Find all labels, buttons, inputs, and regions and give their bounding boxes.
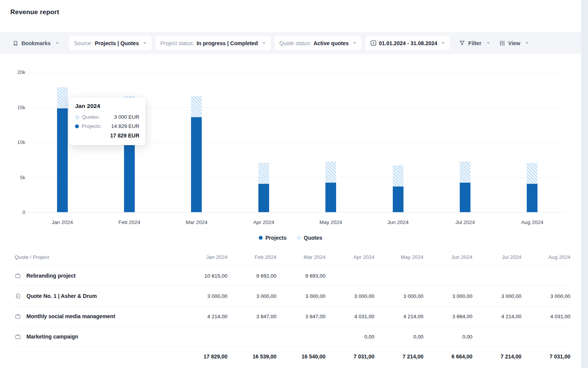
chevron-down-icon — [143, 42, 147, 44]
bookmark-icon — [13, 40, 18, 46]
projects-bar-jul-2024[interactable] — [460, 183, 470, 212]
table-cell: 0,00 — [423, 334, 472, 340]
tooltip-row-value: 3 000 EUR — [114, 113, 139, 122]
x-axis-label: Jun 2024 — [371, 219, 425, 225]
chevron-down-icon — [487, 42, 490, 44]
legend-dot-icon — [259, 236, 263, 240]
table-total-cell: 17 829,00 — [178, 353, 227, 360]
legend-item-quotes[interactable]: Quotes — [297, 235, 322, 241]
chevron-down-icon — [262, 42, 266, 44]
chevron-down-icon — [525, 42, 529, 44]
filter-pill-source[interactable]: Source:Projects | Quotes — [69, 36, 151, 51]
table-cell: 3 000,00 — [325, 293, 374, 299]
legend-item-projects[interactable]: Projects — [259, 235, 286, 241]
x-axis-label: May 2024 — [304, 219, 358, 225]
table-cell: 3 000,00 — [276, 293, 325, 299]
table-cell: 4 214,00 — [374, 314, 423, 319]
table-cell: 9 693,00 — [276, 273, 325, 279]
tooltip-rows: Quotes:3 000 EURProjects:14 829 EUR — [75, 113, 139, 131]
projects-bar-aug-2024[interactable] — [527, 184, 537, 212]
table-row-name[interactable]: Monthly social media management — [11, 313, 178, 319]
revenue-table: Quote / Project Jan 2024Feb 2024Mar 2024… — [11, 249, 570, 366]
toolbar: Bookmarks Source:Projects | QuotesProjec… — [0, 32, 581, 54]
tooltip-total: 17 829 EUR — [75, 131, 139, 140]
quotes-bar-jan-2024[interactable] — [57, 87, 68, 108]
table-total-cell: 7 031,00 — [521, 353, 570, 360]
projects-bar-may-2024[interactable] — [325, 183, 336, 212]
quotes-bar-may-2024[interactable] — [325, 162, 336, 183]
y-axis-tick: 0 — [0, 209, 25, 215]
quotes-bar-jun-2024[interactable] — [393, 165, 403, 186]
x-axis-label: Feb 2024 — [103, 219, 156, 225]
table-row-name[interactable]: Quote No. 1 | Asher & Drum — [11, 293, 178, 299]
filter-button[interactable]: Filter — [459, 40, 490, 46]
chart-legend: ProjectsQuotes — [0, 232, 581, 244]
table-body: Rebranding project10 615,009 692,009 693… — [11, 266, 570, 347]
chart-tooltip: Jan 2024 Quotes:3 000 EURProjects:14 829… — [69, 98, 145, 145]
table-row: Quote No. 1 | Asher & Drum3 000,003 000,… — [11, 286, 570, 306]
table-cell: 3 847,00 — [227, 314, 276, 319]
table-total-cell: 6 664,00 — [423, 353, 472, 360]
filter-pill-label: Project status: — [160, 40, 194, 46]
table-row: Monthly social media management4 214,003… — [11, 306, 570, 327]
table-row-name[interactable]: Marketing campaign — [11, 334, 178, 340]
projects-bar-jun-2024[interactable] — [393, 186, 403, 212]
project-icon — [15, 313, 21, 319]
bookmarks-label: Bookmarks — [21, 40, 51, 46]
filter-pill-value: In progress | Completed — [196, 40, 258, 46]
view-label: View — [508, 40, 521, 46]
quotes-bar-jul-2024[interactable] — [460, 162, 470, 183]
projects-bar-apr-2024[interactable] — [258, 184, 269, 212]
x-axis-label: Jul 2024 — [438, 219, 492, 225]
table-cell: 3 847,00 — [276, 314, 325, 319]
table-cell: 3 000,00 — [472, 293, 521, 299]
y-axis-tick: 10k — [0, 139, 25, 145]
project-icon — [15, 273, 21, 279]
y-axis-tick: 5k — [0, 174, 25, 180]
filter-pill-project-status[interactable]: Project status:In progress | Completed — [155, 36, 271, 51]
x-axis-label: Apr 2024 — [237, 219, 291, 225]
date-range-button[interactable]: 1 01.01.2024 - 31.08.2024 — [365, 36, 450, 51]
table-row-title: Rebranding project — [26, 273, 75, 279]
quotes-bar-mar-2024[interactable] — [191, 96, 202, 117]
tooltip-row-label: Quotes: — [82, 113, 100, 122]
y-axis-tick: 20k — [0, 69, 25, 75]
tooltip-title: Jan 2024 — [75, 103, 139, 110]
quote-icon — [15, 293, 21, 299]
vertical-scrollbar[interactable] — [581, 0, 588, 368]
table-cell: 3 000,00 — [374, 293, 423, 299]
quotes-swatch-icon — [75, 115, 79, 119]
table-header-month: Jan 2024 — [178, 254, 227, 260]
chevron-down-icon — [353, 42, 356, 44]
table-header-month: Apr 2024 — [325, 254, 374, 260]
view-button[interactable]: View — [499, 40, 529, 46]
tooltip-row-label: Projects: — [82, 122, 102, 131]
filter-label: Filter — [468, 40, 481, 46]
x-axis-label: Jan 2024 — [36, 219, 89, 225]
legend-label: Projects — [265, 235, 286, 241]
table-header-month: Jul 2024 — [472, 254, 521, 260]
filter-pills: Source:Projects | QuotesProject status:I… — [69, 36, 361, 51]
table-header-row: Quote / Project Jan 2024Feb 2024Mar 2024… — [11, 249, 570, 266]
sliders-icon — [499, 40, 505, 46]
table-row-name[interactable]: Rebranding project — [11, 273, 178, 279]
table-header-first: Quote / Project — [11, 254, 178, 260]
table-total-cell: 7 031,00 — [325, 353, 374, 360]
table-row-title: Marketing campaign — [26, 334, 78, 340]
table-cell: 4 214,00 — [178, 314, 227, 319]
chevron-down-icon — [56, 42, 59, 44]
table-total-cell: 7 214,00 — [472, 353, 521, 360]
table-header-month: Mar 2024 — [276, 254, 325, 260]
page-content: Revenue report Bookmarks Source:Projects… — [0, 0, 581, 366]
projects-bar-jan-2024[interactable] — [57, 108, 68, 212]
projects-dot-icon — [75, 124, 79, 128]
quotes-bar-aug-2024[interactable] — [527, 163, 537, 184]
table-header-month: Feb 2024 — [227, 254, 276, 260]
projects-bar-mar-2024[interactable] — [191, 117, 202, 212]
filter-pill-quote-status[interactable]: Quote status:Active quotes — [274, 36, 361, 51]
quotes-bar-apr-2024[interactable] — [258, 163, 269, 184]
tooltip-row: Projects:14 829 EUR — [75, 122, 139, 131]
table-cell: 3 000,00 — [227, 293, 276, 299]
table-header-month: Aug 2024 — [521, 254, 570, 260]
bookmarks-button[interactable]: Bookmarks — [13, 40, 59, 46]
